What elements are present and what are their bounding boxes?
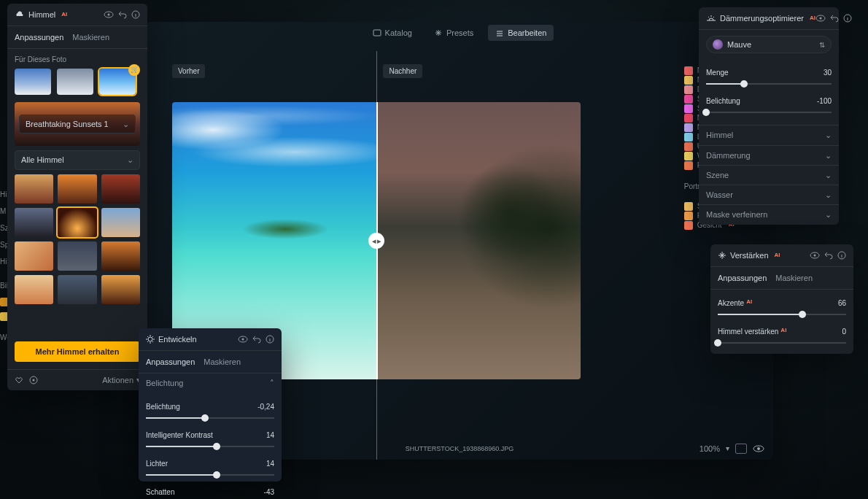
tool-icon xyxy=(684,202,693,211)
slider[interactable] xyxy=(706,79,832,89)
sky-thumb[interactable] xyxy=(101,275,140,304)
sky-suggestion-thumb[interactable] xyxy=(57,69,93,95)
sky-thumb[interactable] xyxy=(58,241,96,271)
sky-thumb[interactable] xyxy=(101,174,140,204)
slider-value: -100 xyxy=(817,96,832,106)
slider-label: Menge xyxy=(706,68,729,77)
sky-pack-select[interactable]: Breathtaking Sunsets 1⌄ xyxy=(19,115,136,134)
chevron-down-icon: ⌄ xyxy=(825,190,832,200)
top-bar: Katalog Presets Bearbeiten xyxy=(146,22,773,44)
heart-icon[interactable] xyxy=(15,376,23,384)
svg-point-4 xyxy=(108,14,110,16)
undo-icon[interactable] xyxy=(824,251,833,260)
sunset-icon xyxy=(706,14,716,23)
section-exposure-label: Belichtung xyxy=(146,378,183,388)
chevron-up-icon[interactable]: ˄ xyxy=(270,378,274,388)
svg-point-8 xyxy=(148,337,152,341)
edit-button[interactable]: Bearbeiten xyxy=(488,25,554,41)
slider[interactable] xyxy=(146,470,274,480)
sky-thumb[interactable] xyxy=(101,208,140,237)
sky-panel-title: Himmel xyxy=(28,9,55,20)
tool-icon xyxy=(684,161,693,170)
tab-adjustments[interactable]: Anpassungen xyxy=(146,357,195,367)
tab-adjustments[interactable]: Anpassungen xyxy=(15,32,63,42)
eye-icon[interactable] xyxy=(238,336,248,343)
sky-thumb[interactable] xyxy=(58,275,96,304)
sky-filter-select[interactable]: Alle Himmel⌄ xyxy=(15,150,140,169)
chevron-down-icon: ⌄ xyxy=(825,170,832,180)
actions-label[interactable]: Aktionen xyxy=(102,375,133,385)
sky-thumb[interactable] xyxy=(58,174,96,204)
sky-thumb[interactable] xyxy=(101,241,140,271)
slider-value: -43 xyxy=(264,487,274,497)
get-more-skies-button[interactable]: Mehr Himmel erhalten xyxy=(15,341,140,362)
presets-button[interactable]: Presets xyxy=(427,25,481,41)
tool-icon xyxy=(684,66,693,75)
tool-icon xyxy=(684,212,693,220)
eye-icon[interactable] xyxy=(810,252,820,259)
eye-icon[interactable] xyxy=(104,11,114,18)
sun-icon xyxy=(146,335,155,344)
slider-value: 14 xyxy=(266,459,274,468)
slider-label: Himmel verstärkenAI xyxy=(718,327,786,336)
sky-suggestion-thumb[interactable] xyxy=(15,69,51,95)
info-icon[interactable] xyxy=(837,251,846,260)
info-icon[interactable] xyxy=(266,335,274,344)
cart-icon[interactable]: 🛒 xyxy=(128,64,140,76)
tab-adjustments[interactable]: Anpassungen xyxy=(718,273,767,283)
sky-thumb[interactable] xyxy=(15,275,53,304)
slider[interactable] xyxy=(718,338,846,348)
twilight-accordion-item[interactable]: Dämmerung⌄ xyxy=(699,145,839,165)
svg-point-13 xyxy=(819,18,821,20)
compare-icon[interactable] xyxy=(735,444,747,454)
sky-thumb[interactable] xyxy=(15,208,53,237)
eye-icon[interactable] xyxy=(753,444,764,453)
tool-icon xyxy=(684,152,693,160)
zoom-controls[interactable]: 100%▾ xyxy=(700,444,764,454)
svg-point-10 xyxy=(242,339,244,341)
chevron-down-icon: ⌄ xyxy=(825,150,832,160)
slider[interactable] xyxy=(146,413,274,423)
tab-masking[interactable]: Maskieren xyxy=(204,357,241,367)
chevron-down-icon: ⌄ xyxy=(825,130,832,140)
undo-icon[interactable] xyxy=(118,10,127,19)
slider-label: Intelligenter Kontrast xyxy=(146,430,213,440)
sky-thumb[interactable] xyxy=(58,208,96,237)
sky-suggestion-thumb[interactable]: 🛒 xyxy=(99,69,136,95)
slider-label: Lichter xyxy=(146,459,168,468)
slider[interactable] xyxy=(146,441,274,452)
twilight-accordion-item[interactable]: Wasser⌄ xyxy=(699,185,839,204)
svg-point-7 xyxy=(33,379,35,382)
before-label: Vorher xyxy=(172,64,205,78)
slider[interactable] xyxy=(718,309,846,320)
twilight-accordion-item[interactable]: Maske verfeinern⌄ xyxy=(699,204,839,224)
slider-value: 0 xyxy=(842,327,846,336)
info-icon[interactable] xyxy=(131,10,140,19)
sky-thumb[interactable] xyxy=(15,174,53,204)
catalog-button[interactable]: Katalog xyxy=(365,25,419,41)
target-icon[interactable] xyxy=(29,376,38,384)
tool-icon xyxy=(684,85,693,94)
twilight-preset-select[interactable]: Mauve ⇅ xyxy=(706,36,832,53)
slider-label: AkzenteAI xyxy=(718,298,752,308)
twilight-accordion-item[interactable]: Himmel⌄ xyxy=(699,125,839,144)
eye-icon[interactable] xyxy=(815,15,826,22)
tool-icon xyxy=(684,142,693,151)
slider[interactable] xyxy=(706,107,832,117)
enhance-panel-title: Verstärken xyxy=(730,250,769,260)
sky-thumb[interactable] xyxy=(15,241,53,271)
undo-icon[interactable] xyxy=(252,335,261,344)
slider-label: Belichtung xyxy=(706,96,740,106)
for-this-photo-label: Für Dieses Foto xyxy=(15,55,140,64)
develop-panel: Entwickeln Anpassungen Maskieren Belicht… xyxy=(139,328,282,481)
undo-icon[interactable] xyxy=(830,14,839,23)
twilight-accordion-item[interactable]: Szene⌄ xyxy=(699,165,839,185)
tab-masking[interactable]: Maskieren xyxy=(72,32,109,42)
cloud-icon xyxy=(15,11,25,18)
after-label: Nachher xyxy=(383,64,422,78)
tab-masking[interactable]: Maskieren xyxy=(775,273,813,283)
svg-point-2 xyxy=(757,447,760,450)
slider-value: 30 xyxy=(824,68,832,77)
info-icon[interactable] xyxy=(843,14,852,23)
slider-value: 66 xyxy=(838,298,846,308)
